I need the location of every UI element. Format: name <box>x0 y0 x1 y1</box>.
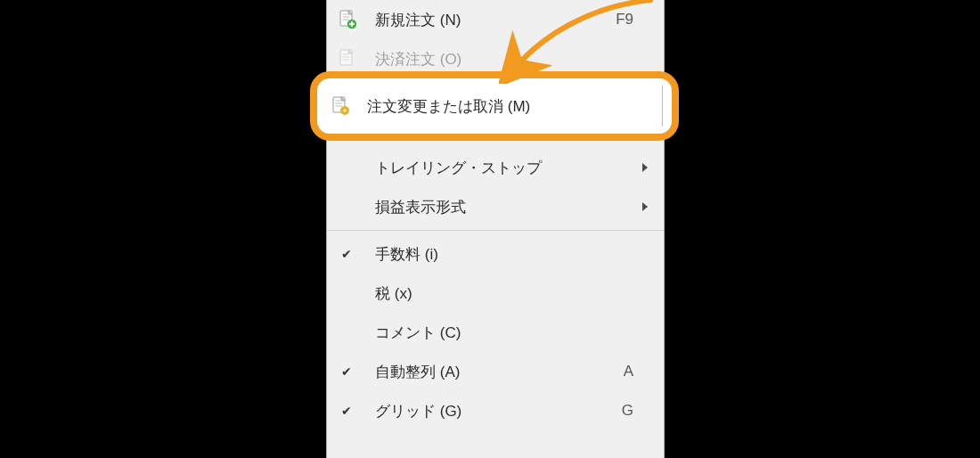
menu-separator <box>327 230 664 231</box>
menu-item-commission[interactable]: ✔ 手数料 (i) <box>327 234 664 274</box>
menu-item-comment[interactable]: コメント (C) <box>327 313 664 352</box>
check-icon: ✔ <box>341 247 352 261</box>
menu-item-label: コメント (C) <box>375 323 461 343</box>
doc-gear-icon <box>330 95 351 117</box>
menu-item-new-order[interactable]: 新規注文 (N) F9 <box>327 0 664 39</box>
chevron-right-icon <box>642 202 648 211</box>
menu-item-label: 税 (x) <box>375 283 412 304</box>
callout-divider <box>662 86 663 127</box>
menu-item-auto-arrange[interactable]: ✔ 自動整列 (A) A <box>327 352 664 391</box>
menu-item-label: 注文変更または取消 (M) <box>367 96 530 117</box>
menu-item-trailing-stop[interactable]: トレイリング・ストップ <box>327 148 664 187</box>
menu-item-shortcut: F9 <box>616 11 633 29</box>
menu-item-modify-order[interactable]: 注文変更または取消 (M) <box>317 78 672 134</box>
menu-item-label: 自動整列 (A) <box>375 362 460 382</box>
menu-item-label: 手数料 (i) <box>375 244 438 265</box>
context-menu: 新規注文 (N) F9 決済注文 (O) トレイリング・ストップ 損益表示形式 … <box>326 0 665 458</box>
menu-item-label: トレイリング・ストップ <box>375 158 542 178</box>
menu-item-grid[interactable]: ✔ グリッド (G) G <box>327 391 664 430</box>
highlight-callout: 注文変更または取消 (M) <box>310 71 679 141</box>
menu-item-tax[interactable]: 税 (x) <box>327 274 664 313</box>
chevron-right-icon <box>642 163 648 172</box>
check-icon: ✔ <box>341 364 352 379</box>
menu-item-label: 決済注文 (O) <box>375 49 461 70</box>
doc-icon <box>337 48 358 70</box>
menu-item-label: 新規注文 (N) <box>375 10 461 30</box>
check-icon: ✔ <box>341 404 352 418</box>
menu-item-shortcut: G <box>622 402 633 420</box>
menu-item-pl-format[interactable]: 損益表示形式 <box>327 187 664 226</box>
doc-plus-icon <box>337 9 358 30</box>
menu-item-shortcut: A <box>624 363 633 380</box>
menu-item-label: 損益表示形式 <box>375 197 466 217</box>
menu-item-label: グリッド (G) <box>375 401 461 421</box>
svg-point-16 <box>343 109 346 111</box>
